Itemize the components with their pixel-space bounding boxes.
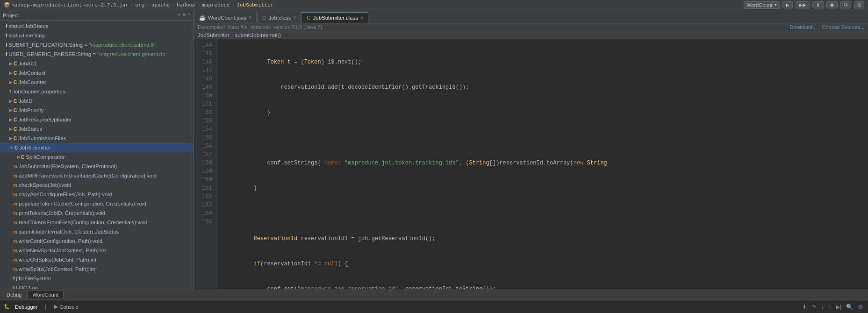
bc-mapreduce[interactable]: mapreduce [202, 2, 230, 8]
tree-item-jobacl[interactable]: ▶ C JobACL [0, 59, 194, 68]
code-line-151: ReservationId reservationId1 = job.getRe… [225, 235, 868, 243]
tree-item-jobsubmitter-ctor[interactable]: m JobSubmitter(FileSystem, ClientProtoco… [0, 162, 194, 171]
tab-bar: ☕ WordCount.java × C Job.class × C JobSu… [194, 10, 868, 23]
tree-item-status[interactable]: f status:JobStatus [0, 21, 194, 31]
tree-item-statustime[interactable]: f statustime:long [0, 31, 194, 40]
bc-apache[interactable]: apache [151, 2, 170, 8]
tree-item-jobpriority[interactable]: ▶ C JobPriority [0, 106, 194, 115]
tab-wordcount-java[interactable]: ☕ WordCount.java × [194, 12, 257, 23]
sidebar-icons: + ⚙ × [177, 12, 191, 19]
tree-item-jobsubmissionfiles[interactable]: ▶ C JobSubmissionFiles [0, 134, 194, 143]
tree-item-writenewsplits[interactable]: m writeNewSplits(JobContext, Path):int [0, 246, 194, 255]
tree-item-used-generic[interactable]: f USED_GENERIC_PARSER:String = "mapreduc… [0, 50, 194, 59]
wordcount-dropdown[interactable]: WordCount ▼ [744, 1, 780, 9]
decompiled-notice: Decompiled .class file, bytecode version… [194, 23, 868, 31]
class-icon: C [14, 145, 18, 150]
class-icon: C [14, 99, 17, 104]
breadcrumb-class[interactable]: JobSubmitter [198, 32, 230, 38]
tree-item-populatetokencache[interactable]: m populateTokenCache(Configuration, Cred… [0, 199, 194, 208]
source-links: Download... Choose Sources... [786, 24, 864, 30]
tree-item-addmrframework[interactable]: m addMRFrameworkToDistributedCache(Confi… [0, 171, 194, 180]
expand-icon: ▼ [9, 145, 14, 150]
code-breadcrumb: JobSubmitter › submitJobInternal() [194, 31, 868, 39]
method-icon: m [13, 267, 17, 272]
bc-jobsubmitter[interactable]: JobSubmitter [237, 2, 273, 8]
tree-item-jobresourceuploader[interactable]: ▶ C JobResourceUploader [0, 115, 194, 124]
tree-item-jobcounter[interactable]: ▶ C JobCounter [0, 78, 194, 87]
tree-item-jobcounter-props[interactable]: f JobCounter.properties [0, 87, 194, 96]
class-icon: C [14, 71, 17, 76]
class-icon: C [14, 61, 17, 66]
resume-step-btn[interactable]: ⬇ [801, 303, 808, 311]
tree-item-submit-replication[interactable]: f SUBMIT_REPLICATION:String = "mapreduce… [0, 40, 194, 50]
tab-job-class[interactable]: C Job.class × [257, 12, 301, 23]
sidebar-gear-icon[interactable]: ⚙ [183, 12, 186, 19]
tree-item-jobcontext[interactable]: ▶ C JobContext [0, 68, 194, 78]
tab-close-wordcount[interactable]: × [249, 15, 251, 20]
main-layout: Project + ⚙ × f status:JobStatus f statu… [0, 10, 868, 289]
method-icon: m [13, 201, 17, 206]
run-to-cursor-btn[interactable]: ▶| [834, 303, 843, 311]
tree-item-jobstatus[interactable]: ▶ C JobStatus [0, 124, 194, 134]
bc-hadoop[interactable]: hadoop [177, 2, 195, 8]
line-numbers: 144 145 146 147 148 149 150 151 152 153 … [194, 39, 217, 289]
tree-item-copyandconfigure[interactable]: m copyAndConfigureFiles(Job, Path):void [0, 190, 194, 199]
settings-bottom-btn[interactable]: ⚙ [856, 303, 864, 311]
choose-sources-link[interactable]: Choose Sources... [822, 24, 865, 30]
run-button[interactable]: ▶ [782, 1, 793, 8]
field-icon: f [6, 33, 7, 38]
step-into-btn[interactable]: ↓ [819, 303, 825, 311]
tab-close-job[interactable]: × [293, 15, 296, 20]
class-icon: C [14, 127, 17, 132]
tree-item-jtfs[interactable]: f jtfs:FileSystem [0, 274, 194, 283]
bottom-panel: 🐛 Debugger | ▶ Console ⬇ ↷ ↓ ↑ ▶| 🔍 ⚙ [0, 300, 868, 313]
tree-item-jobid[interactable]: ▶ C JobID [0, 96, 194, 106]
tab-label: Job.class [268, 15, 291, 21]
tree-item-checkspecs[interactable]: m checkSpecs(Job):void [0, 180, 194, 190]
stop-button[interactable]: ⏹ [826, 1, 838, 8]
tree-item-splitcomparator[interactable]: ▶ C SplitComparator [0, 152, 194, 162]
breadcrumb-method[interactable]: submitJobInternal() [235, 32, 281, 38]
debug-tab[interactable]: Debug [2, 291, 26, 299]
code-line-153: conf.set("mapreduce.job.reservation.id",… [225, 285, 868, 289]
console-tab[interactable]: ▶ Console [51, 303, 81, 311]
evaluate-btn[interactable]: 🔍 [845, 303, 854, 311]
method-icon: m [13, 229, 17, 235]
decompiled-text: Decompiled .class file, bytecode version… [198, 24, 322, 30]
tree-item-writeoldsplits[interactable]: m writeOldSplits(JobConf, Path):int [0, 255, 194, 264]
field-icon: f [6, 24, 7, 29]
tree-item-submitjobinternal[interactable]: m submitJobInternal(Job, Cluster):JobSta… [0, 227, 194, 236]
download-link[interactable]: Download... [789, 24, 817, 30]
tree-item-printtokens[interactable]: m printTokens(JobID, Credentials):void [0, 208, 194, 218]
method-icon: m [13, 164, 17, 169]
expand-icon: ▶ [9, 136, 13, 141]
tree-item-writeconf[interactable]: m writeConf(Configuration, Path):void [0, 236, 194, 246]
tree-item-readtokensfromfiles[interactable]: m readTokensFromFiles(Configuration, Cre… [0, 218, 194, 227]
sidebar-title: Project [3, 13, 19, 18]
java-file-icon: ☕ [199, 14, 206, 21]
wordcount-tab[interactable]: WordCount [27, 291, 63, 299]
tab-label: JobSubmitter.class [313, 15, 359, 21]
settings-button[interactable]: ⚙ [840, 1, 851, 8]
tree-item-writesplits[interactable]: m writeSplits(JobContext, Path):int [0, 264, 194, 274]
resume-button[interactable]: ▶▶ [796, 1, 810, 8]
step-over-btn[interactable]: ↷ [810, 303, 818, 311]
code-editor[interactable]: 144 145 146 147 148 149 150 151 152 153 … [194, 39, 868, 289]
tree-item-log[interactable]: f LOG:Log [0, 283, 194, 289]
pause-button[interactable]: ⏸ [812, 1, 824, 8]
method-icon: m [13, 173, 17, 178]
tab-close-jobsubmitter[interactable]: × [360, 15, 363, 21]
code-line-147 [225, 134, 868, 142]
step-out-btn[interactable]: ↑ [827, 303, 832, 311]
debugger-tab[interactable]: Debugger [12, 303, 40, 311]
debugger-label: Debugger [15, 304, 37, 310]
tab-jobsubmitter-class[interactable]: C JobSubmitter.class × [301, 12, 368, 23]
jar-label[interactable]: hadoop-mapreduce-client-core-2.7.3.jar [11, 2, 129, 8]
bc-org[interactable]: org [135, 2, 144, 8]
sidebar-tree[interactable]: f status:JobStatus f statustime:long f S… [0, 21, 194, 289]
tree-item-jobsubmitter[interactable]: ▼ C JobSubmitter [0, 143, 194, 152]
sidebar-close-icon[interactable]: × [187, 12, 191, 19]
expand-button[interactable]: ⊞ [854, 1, 864, 8]
sidebar-add-icon[interactable]: + [177, 12, 181, 19]
jar-breadcrumb[interactable]: 📦 [4, 2, 10, 8]
